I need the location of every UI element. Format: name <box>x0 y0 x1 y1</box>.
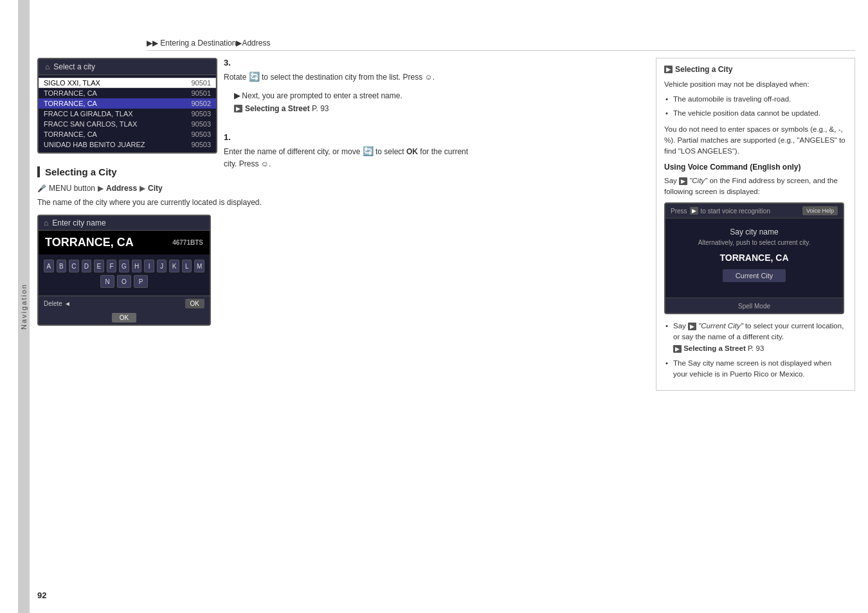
arrow-icon: ▶ <box>98 184 104 193</box>
menu-item-city: City <box>148 184 163 193</box>
key-d[interactable]: D <box>82 260 92 272</box>
current-city-name: TORRANCE, CA <box>45 236 134 249</box>
voice-intro-text: Say ▶ "City" on the Find address by scre… <box>664 175 847 198</box>
info-box: ▶ Selecting a City Vehicle position may … <box>656 58 855 391</box>
arrow-icon: ▶ <box>140 184 145 193</box>
voice-bullet-list: Say ▶ "Current City" to select your curr… <box>664 321 847 380</box>
list-item[interactable]: UNIDAD HAB BENITO JUAREZ 90503 <box>39 139 216 150</box>
keyboard-area: A B C D E F G H I J K L M N O P <box>39 254 210 296</box>
voice-section-title: Using Voice Command (English only) <box>664 163 847 172</box>
ok-center-label: OK <box>120 314 129 321</box>
screen-bottom-bar: Delete ◄ OK <box>39 296 210 311</box>
middle-column: 3. Rotate 🔄 to select the destination ci… <box>224 58 481 176</box>
result-count: 46771BTS <box>172 239 203 246</box>
list-item[interactable]: TORRANCE, CA 90502 <box>39 98 216 109</box>
say-icon: ▶ <box>688 323 696 330</box>
zip-code: 90503 <box>191 130 211 138</box>
key-f[interactable]: F <box>107 260 117 272</box>
delete-button[interactable]: Delete ◄ <box>44 299 71 308</box>
voice-screen-bottom: Spell Mode <box>665 298 843 313</box>
voice-city-name: TORRANCE, CA <box>672 253 836 263</box>
key-c[interactable]: C <box>69 260 79 272</box>
keyboard-row-2: N O P <box>44 275 204 288</box>
select-city-screen: ⌂ Select a city SIGLO XXI, TLAX 90501 TO… <box>37 58 217 154</box>
city-name: UNIDAD HAB BENITO JUAREZ <box>44 141 145 148</box>
step-1-number: 1. <box>224 132 481 142</box>
description-text: The name of the city where you are curre… <box>37 198 365 207</box>
key-k[interactable]: K <box>169 260 179 272</box>
list-item[interactable]: TORRANCE, CA 90501 <box>39 88 216 98</box>
key-h[interactable]: H <box>132 260 142 272</box>
enter-city-screen: ⌂ Enter city name TORRANCE, CA 46771BTS … <box>37 215 211 326</box>
screen-bottom-center: OK <box>39 311 210 324</box>
home-icon: ⌂ <box>44 218 48 227</box>
press-label: Press <box>671 208 687 215</box>
menu-icon: 🎤 <box>37 184 46 193</box>
key-e[interactable]: E <box>94 260 104 272</box>
list-item[interactable]: FRACC SAN CARLOS, TLAX 90503 <box>39 119 216 129</box>
step-3-number: 3. <box>224 58 481 67</box>
key-i[interactable]: I <box>144 260 154 272</box>
key-j[interactable]: J <box>157 260 167 272</box>
voice-bullet-1: Say ▶ "Current City" to select your curr… <box>664 321 847 354</box>
key-b[interactable]: B <box>57 260 67 272</box>
key-m[interactable]: M <box>194 260 204 272</box>
step-3-container: 3. Rotate 🔄 to select the destination ci… <box>224 58 481 113</box>
current-city-button[interactable]: Current City <box>723 269 786 282</box>
spell-mode-label: Spell Mode <box>738 303 770 310</box>
zip-code: 90501 <box>191 89 211 97</box>
key-l[interactable]: L <box>182 260 192 272</box>
key-o[interactable]: O <box>117 275 131 288</box>
right-column: ▶ Selecting a City Vehicle position may … <box>656 58 855 401</box>
key-a[interactable]: A <box>44 260 54 272</box>
page-number: 92 <box>37 591 46 600</box>
ref-icon: ▶ <box>673 345 682 353</box>
main-content: ▶▶ Entering a Destination▶Address ⌂ Sele… <box>18 0 868 613</box>
key-g[interactable]: G <box>119 260 129 272</box>
info-box-title: ▶ Selecting a City <box>664 65 847 74</box>
zip-code: 90503 <box>191 110 211 118</box>
city-name: TORRANCE, CA <box>44 89 97 97</box>
press-icon: ☺ <box>424 73 432 82</box>
say-city-label: Say city name <box>672 227 836 236</box>
keyboard-row-1: A B C D E F G H I J K L M <box>44 260 204 272</box>
breadcrumb-text: ▶▶ Entering a Destination▶Address <box>147 39 270 48</box>
screen-header: ⌂ Select a city <box>39 59 216 75</box>
step-1-container: 1. Enter the name of different city, or … <box>224 132 481 170</box>
voice-bullet-2: The Say city name screen is not displaye… <box>664 358 847 380</box>
menu-path: 🎤 MENU button ▶ Address ▶ City <box>37 184 365 193</box>
ref-icon: ▶ <box>234 105 242 112</box>
arrow: ▶ <box>234 91 240 100</box>
zip-code: 90502 <box>191 100 211 107</box>
bullet-item: The automobile is traveling off-road. <box>664 94 847 105</box>
ref-icon: ▶ <box>664 66 673 73</box>
step-1-text: Enter the name of different city, or mov… <box>224 145 481 170</box>
step-3-sub: ▶ Next, you are prompted to enter a stre… <box>234 90 481 102</box>
extra-info-text: You do not need to enter spaces or symbo… <box>664 124 847 157</box>
info-bullet-list: The automobile is traveling off-road. Th… <box>664 94 847 119</box>
vehicle-position-intro: Vehicle position may not be displayed wh… <box>664 79 847 90</box>
ok-button-center[interactable]: OK <box>112 313 136 323</box>
ok-button-right[interactable]: OK <box>185 299 204 308</box>
list-item[interactable]: FRACC LA GIRALDA, TLAX 90503 <box>39 109 216 119</box>
key-n[interactable]: N <box>100 275 114 288</box>
voice-screen-top: Press ▶ to start voice recognition Voice… <box>665 204 843 218</box>
voice-screen-body: Say city name Alternatively, push to sel… <box>665 218 843 298</box>
city-name-display: TORRANCE, CA 46771BTS <box>39 231 210 254</box>
city-name: FRACC SAN CARLOS, TLAX <box>44 120 137 128</box>
say-icon: ▶ <box>679 177 687 185</box>
menu-path-text: MENU button <box>49 184 95 193</box>
list-item[interactable]: SIGLO XXI, TLAX 90501 <box>39 78 216 88</box>
step-3-text: Rotate 🔄 to select the destination city … <box>224 70 481 84</box>
bullet-item: The vehicle position data cannot be upda… <box>664 108 847 119</box>
key-p[interactable]: P <box>134 275 148 288</box>
ok-label: OK <box>185 299 204 308</box>
info-title-text: Selecting a City <box>675 65 732 74</box>
list-item[interactable]: TORRANCE, CA 90503 <box>39 129 216 139</box>
voice-help-button[interactable]: Voice Help <box>802 206 838 215</box>
zip-code: 90503 <box>191 141 211 148</box>
rotate-icon: 🔄 <box>249 71 260 82</box>
press-to-start: Press ▶ to start voice recognition <box>671 207 770 215</box>
press-icon: ▶ <box>690 207 698 215</box>
home-icon: ⌂ <box>45 62 50 71</box>
